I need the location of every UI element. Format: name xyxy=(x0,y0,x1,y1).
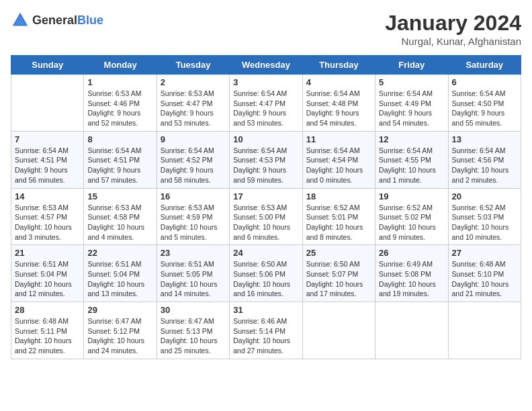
calendar-cell: 8Sunrise: 6:54 AMSunset: 4:51 PMDaylight… xyxy=(84,131,157,188)
day-info: Sunrise: 6:54 AMSunset: 4:50 PMDaylight:… xyxy=(452,89,517,128)
day-number: 12 xyxy=(379,134,444,144)
calendar-cell xyxy=(302,302,375,359)
logo-icon xyxy=(11,11,30,30)
logo-blue: Blue xyxy=(77,13,103,27)
day-info: Sunrise: 6:53 AMSunset: 4:59 PMDaylight:… xyxy=(161,203,226,242)
day-number: 24 xyxy=(233,248,298,258)
day-info: Sunrise: 6:53 AMSunset: 4:58 PMDaylight:… xyxy=(87,203,152,242)
calendar-week-5: 28Sunrise: 6:48 AMSunset: 5:11 PMDayligh… xyxy=(11,302,521,359)
calendar-cell: 29Sunrise: 6:47 AMSunset: 5:12 PMDayligh… xyxy=(84,302,157,359)
day-number: 16 xyxy=(161,191,226,201)
day-number: 30 xyxy=(161,305,226,315)
day-info: Sunrise: 6:54 AMSunset: 4:56 PMDaylight:… xyxy=(452,146,517,185)
day-info: Sunrise: 6:47 AMSunset: 5:12 PMDaylight:… xyxy=(87,316,152,356)
logo: GeneralBlue xyxy=(11,11,103,30)
calendar-cell: 9Sunrise: 6:54 AMSunset: 4:52 PMDaylight… xyxy=(157,131,229,188)
day-info: Sunrise: 6:50 AMSunset: 5:06 PMDaylight:… xyxy=(233,259,298,299)
calendar-cell: 20Sunrise: 6:52 AMSunset: 5:03 PMDayligh… xyxy=(448,188,521,245)
calendar-cell xyxy=(11,75,84,132)
calendar-cell: 13Sunrise: 6:54 AMSunset: 4:56 PMDayligh… xyxy=(448,131,521,188)
calendar-location: Nurgal, Kunar, Afghanistan xyxy=(385,36,521,47)
day-number: 18 xyxy=(306,191,371,201)
day-number: 25 xyxy=(306,248,371,258)
day-number: 6 xyxy=(452,77,517,87)
day-number: 31 xyxy=(233,305,298,315)
calendar-cell xyxy=(448,302,521,359)
day-header-thursday: Thursday xyxy=(302,56,375,75)
day-number: 7 xyxy=(15,134,80,144)
calendar-cell: 12Sunrise: 6:54 AMSunset: 4:55 PMDayligh… xyxy=(375,131,448,188)
title-block: January 2024 Nurgal, Kunar, Afghanistan xyxy=(385,11,521,47)
day-number: 1 xyxy=(87,77,152,87)
day-number: 17 xyxy=(233,191,298,201)
calendar-week-3: 14Sunrise: 6:53 AMSunset: 4:57 PMDayligh… xyxy=(11,188,521,245)
day-number: 26 xyxy=(379,248,444,258)
day-number: 11 xyxy=(306,134,371,144)
calendar-cell: 10Sunrise: 6:54 AMSunset: 4:53 PMDayligh… xyxy=(230,131,302,188)
calendar-cell: 30Sunrise: 6:47 AMSunset: 5:13 PMDayligh… xyxy=(157,302,229,359)
day-info: Sunrise: 6:54 AMSunset: 4:47 PMDaylight:… xyxy=(233,89,298,128)
day-header-tuesday: Tuesday xyxy=(157,56,229,75)
day-number: 5 xyxy=(379,77,444,87)
day-info: Sunrise: 6:54 AMSunset: 4:49 PMDaylight:… xyxy=(379,89,444,128)
day-number: 22 xyxy=(87,248,152,258)
day-number: 21 xyxy=(15,248,80,258)
calendar-cell: 23Sunrise: 6:51 AMSunset: 5:05 PMDayligh… xyxy=(157,245,229,302)
day-header-sunday: Sunday xyxy=(11,56,84,75)
calendar-cell: 27Sunrise: 6:48 AMSunset: 5:10 PMDayligh… xyxy=(448,245,521,302)
day-number: 20 xyxy=(452,191,517,201)
calendar-table: SundayMondayTuesdayWednesdayThursdayFrid… xyxy=(11,55,521,359)
calendar-cell: 26Sunrise: 6:49 AMSunset: 5:08 PMDayligh… xyxy=(375,245,448,302)
calendar-cell: 2Sunrise: 6:53 AMSunset: 4:47 PMDaylight… xyxy=(157,75,229,132)
day-header-monday: Monday xyxy=(84,56,157,75)
calendar-cell: 25Sunrise: 6:50 AMSunset: 5:07 PMDayligh… xyxy=(302,245,375,302)
day-number: 13 xyxy=(452,134,517,144)
calendar-cell: 14Sunrise: 6:53 AMSunset: 4:57 PMDayligh… xyxy=(11,188,84,245)
day-info: Sunrise: 6:48 AMSunset: 5:11 PMDaylight:… xyxy=(15,316,80,356)
day-info: Sunrise: 6:49 AMSunset: 5:08 PMDaylight:… xyxy=(379,259,444,299)
day-info: Sunrise: 6:54 AMSunset: 4:55 PMDaylight:… xyxy=(379,146,444,185)
day-number: 23 xyxy=(161,248,226,258)
calendar-cell: 22Sunrise: 6:51 AMSunset: 5:04 PMDayligh… xyxy=(84,245,157,302)
day-number: 19 xyxy=(379,191,444,201)
day-info: Sunrise: 6:54 AMSunset: 4:51 PMDaylight:… xyxy=(15,146,80,185)
day-number: 15 xyxy=(87,191,152,201)
page-header: GeneralBlue January 2024 Nurgal, Kunar, … xyxy=(11,11,521,47)
calendar-cell: 17Sunrise: 6:53 AMSunset: 5:00 PMDayligh… xyxy=(230,188,302,245)
day-info: Sunrise: 6:53 AMSunset: 4:46 PMDaylight:… xyxy=(87,89,152,128)
day-info: Sunrise: 6:54 AMSunset: 4:48 PMDaylight:… xyxy=(306,89,371,128)
calendar-cell: 1Sunrise: 6:53 AMSunset: 4:46 PMDaylight… xyxy=(84,75,157,132)
calendar-cell: 28Sunrise: 6:48 AMSunset: 5:11 PMDayligh… xyxy=(11,302,84,359)
day-info: Sunrise: 6:54 AMSunset: 4:51 PMDaylight:… xyxy=(87,146,152,185)
day-info: Sunrise: 6:51 AMSunset: 5:04 PMDaylight:… xyxy=(15,259,80,299)
day-header-wednesday: Wednesday xyxy=(230,56,302,75)
day-header-friday: Friday xyxy=(375,56,448,75)
day-number: 3 xyxy=(233,77,298,87)
day-number: 2 xyxy=(161,77,226,87)
day-number: 14 xyxy=(15,191,80,201)
calendar-cell: 31Sunrise: 6:46 AMSunset: 5:14 PMDayligh… xyxy=(230,302,302,359)
day-header-saturday: Saturday xyxy=(448,56,521,75)
calendar-cell: 16Sunrise: 6:53 AMSunset: 4:59 PMDayligh… xyxy=(157,188,229,245)
calendar-week-2: 7Sunrise: 6:54 AMSunset: 4:51 PMDaylight… xyxy=(11,131,521,188)
day-number: 9 xyxy=(161,134,226,144)
day-info: Sunrise: 6:50 AMSunset: 5:07 PMDaylight:… xyxy=(306,259,371,299)
calendar-cell: 7Sunrise: 6:54 AMSunset: 4:51 PMDaylight… xyxy=(11,131,84,188)
day-info: Sunrise: 6:54 AMSunset: 4:52 PMDaylight:… xyxy=(161,146,226,185)
day-number: 10 xyxy=(233,134,298,144)
day-number: 27 xyxy=(452,248,517,258)
calendar-cell: 15Sunrise: 6:53 AMSunset: 4:58 PMDayligh… xyxy=(84,188,157,245)
calendar-week-4: 21Sunrise: 6:51 AMSunset: 5:04 PMDayligh… xyxy=(11,245,521,302)
day-info: Sunrise: 6:54 AMSunset: 4:54 PMDaylight:… xyxy=(306,146,371,185)
day-info: Sunrise: 6:52 AMSunset: 5:02 PMDaylight:… xyxy=(379,203,444,242)
calendar-cell: 19Sunrise: 6:52 AMSunset: 5:02 PMDayligh… xyxy=(375,188,448,245)
day-info: Sunrise: 6:52 AMSunset: 5:03 PMDaylight:… xyxy=(452,203,517,242)
day-number: 29 xyxy=(87,305,152,315)
day-info: Sunrise: 6:51 AMSunset: 5:04 PMDaylight:… xyxy=(87,259,152,299)
day-info: Sunrise: 6:53 AMSunset: 4:57 PMDaylight:… xyxy=(15,203,80,242)
day-info: Sunrise: 6:46 AMSunset: 5:14 PMDaylight:… xyxy=(233,316,298,356)
calendar-cell xyxy=(375,302,448,359)
calendar-cell: 4Sunrise: 6:54 AMSunset: 4:48 PMDaylight… xyxy=(302,75,375,132)
calendar-title: January 2024 xyxy=(385,11,521,36)
calendar-cell: 5Sunrise: 6:54 AMSunset: 4:49 PMDaylight… xyxy=(375,75,448,132)
